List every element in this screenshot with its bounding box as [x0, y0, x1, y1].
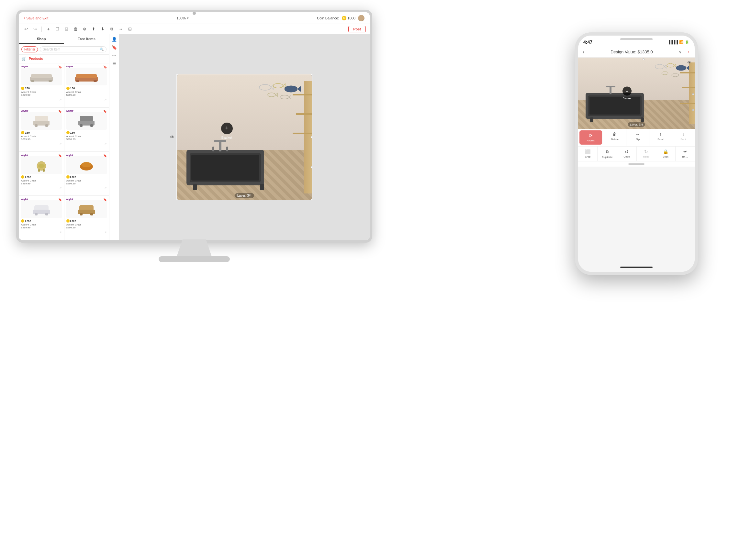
svg-rect-1: [31, 74, 52, 78]
svg-marker-50: [664, 65, 666, 68]
filter-button[interactable]: Filter ⊟: [21, 46, 38, 52]
svg-rect-14: [80, 124, 83, 127]
phone-action-crop[interactable]: ⬜ Crop: [578, 146, 597, 161]
square-icon[interactable]: ☐: [54, 26, 61, 32]
handle-mr[interactable]: [311, 136, 312, 138]
phone-eye-icon[interactable]: 👁: [687, 60, 691, 65]
phone-handle-3[interactable]: [692, 109, 694, 111]
svg-rect-18: [43, 169, 45, 172]
canvas-area: 👁: [119, 34, 370, 240]
phone-action-redo[interactable]: ↻ Redo: [637, 146, 656, 161]
product-card-4[interactable]: wayfair: [64, 107, 109, 152]
undo-icon[interactable]: ↩: [23, 26, 29, 32]
phone-handle-1[interactable]: [643, 58, 645, 60]
svg-point-51: [667, 64, 674, 67]
handle-br2[interactable]: [311, 166, 312, 169]
pprice-4: $299.99: [66, 138, 107, 141]
basket-button[interactable]: + Basket: [221, 123, 233, 139]
add-icon[interactable]: ＋: [45, 26, 52, 32]
tab-shop[interactable]: Shop: [19, 34, 64, 44]
external-icon-4[interactable]: ↗: [104, 142, 107, 145]
external-icon-5[interactable]: ↗: [59, 186, 62, 190]
svg-rect-62: [590, 117, 593, 122]
phone-forward-button[interactable]: →: [684, 48, 690, 55]
bookmark-icon-7: 🔖: [58, 198, 62, 201]
phone-action-back[interactable]: ↓ Back: [672, 129, 695, 146]
phone-action-angles[interactable]: ⟳ Angles: [579, 130, 603, 145]
product-img-7: [21, 200, 62, 218]
cart-icon: 🛒: [21, 57, 26, 61]
left-handle[interactable]: ‹: [176, 133, 177, 142]
flip-icon[interactable]: ↔: [117, 26, 124, 32]
bring-front-icon[interactable]: ⬆: [90, 26, 97, 32]
phone: 4:47 ▐▐▐▐ 📶 🔋 ‹ Design Value: $1335.0 ∨ …: [575, 32, 698, 275]
crop-icon[interactable]: ⊡: [63, 26, 70, 32]
wifi-icon: 📶: [679, 40, 684, 44]
phone-basket-button[interactable]: + Basket: [623, 87, 632, 100]
handle-tr[interactable]: [311, 74, 312, 76]
external-icon-2[interactable]: ↗: [104, 98, 107, 101]
svg-marker-39: [289, 95, 291, 99]
redo-icon[interactable]: ↪: [32, 26, 38, 32]
product-card-2[interactable]: wayfair: [64, 63, 109, 107]
search-box[interactable]: Search Item 🔍: [40, 46, 106, 52]
phone-action-duplicate[interactable]: ⧉ Duplicate: [597, 146, 617, 161]
coin-balance-label: Coin Balance:: [317, 16, 339, 20]
phone-topbar: ‹ Design Value: $1335.0 ∨ →: [578, 46, 695, 58]
external-icon-3[interactable]: ↗: [59, 142, 62, 145]
phone-fish-art: [653, 61, 691, 80]
handle-bl[interactable]: [176, 199, 178, 200]
product-card-6[interactable]: wayfair Free: [64, 152, 109, 196]
layers-panel-icon[interactable]: ☰: [112, 61, 116, 66]
lock-label: Lock: [663, 155, 668, 158]
phone-action-brightness[interactable]: ☀ Bri…: [675, 146, 695, 161]
delete-icon[interactable]: 🗑: [72, 26, 79, 32]
post-button[interactable]: Post: [348, 26, 366, 32]
product-card-5[interactable]: wayfair: [19, 152, 64, 196]
phone-action-undo[interactable]: ↺ Undo: [617, 146, 636, 161]
topbar-left: ‹ Save and Exit: [24, 16, 48, 20]
settings-icon[interactable]: ⊗: [81, 26, 88, 32]
phone-back-button[interactable]: ‹: [583, 49, 584, 55]
canvas-wrapper: 👁: [176, 74, 312, 200]
phone-handle-2[interactable]: [692, 93, 694, 95]
phone-action-lock[interactable]: 🔒 Lock: [656, 146, 675, 161]
svg-rect-42: [191, 155, 259, 181]
send-back-icon[interactable]: ⬇: [99, 26, 106, 32]
product-card-7[interactable]: wayfair: [19, 196, 64, 240]
save-exit-label[interactable]: Save and Exit: [26, 16, 48, 20]
tab-free-items[interactable]: Free Items: [64, 34, 109, 44]
phone-basket-circle: +: [623, 87, 632, 96]
product-card-1[interactable]: wayfair: [19, 63, 64, 107]
svg-point-19: [38, 164, 45, 168]
product-card-8[interactable]: wayfair: [64, 196, 109, 240]
right-handle[interactable]: ›: [312, 133, 312, 142]
duplicate-icon[interactable]: ⧉: [108, 26, 115, 32]
external-icon-7[interactable]: ↗: [59, 231, 62, 234]
pname-7: Accent Chair: [21, 223, 62, 226]
bookmark-panel-icon[interactable]: 🔖: [112, 45, 117, 50]
edit-panel-icon[interactable]: ✏: [112, 53, 116, 58]
front-label: Front: [657, 138, 664, 141]
svg-rect-45: [212, 146, 214, 151]
external-icon-1[interactable]: ↗: [59, 98, 62, 101]
eye-icon[interactable]: 👁: [170, 135, 175, 140]
phone-action-flip[interactable]: ↔ Flip: [626, 129, 649, 146]
zoom-dropdown-icon[interactable]: ▾: [187, 16, 189, 20]
filter-label: Filter: [24, 47, 31, 51]
phone-action-front[interactable]: ↑ Front: [649, 129, 672, 146]
phone-action-delete[interactable]: 🗑 Delete: [604, 129, 627, 146]
external-icon-8[interactable]: ↗: [104, 231, 107, 234]
phone-chevron-icon[interactable]: ∨: [679, 50, 682, 54]
person-icon[interactable]: 👤: [112, 37, 117, 42]
external-icon-6[interactable]: ↗: [104, 186, 107, 190]
price-2: 150: [70, 87, 75, 90]
product-card-3[interactable]: wayfair: [19, 107, 64, 152]
fish-art: [255, 79, 307, 103]
angles-icon: ⟳: [589, 133, 593, 138]
coin-badge: $ 1000: [342, 16, 355, 20]
grid-icon[interactable]: ⊞: [126, 26, 133, 32]
pname-8: Accent Chair: [66, 223, 107, 226]
handle-br[interactable]: [311, 199, 312, 200]
products-tag[interactable]: Products: [26, 56, 45, 62]
